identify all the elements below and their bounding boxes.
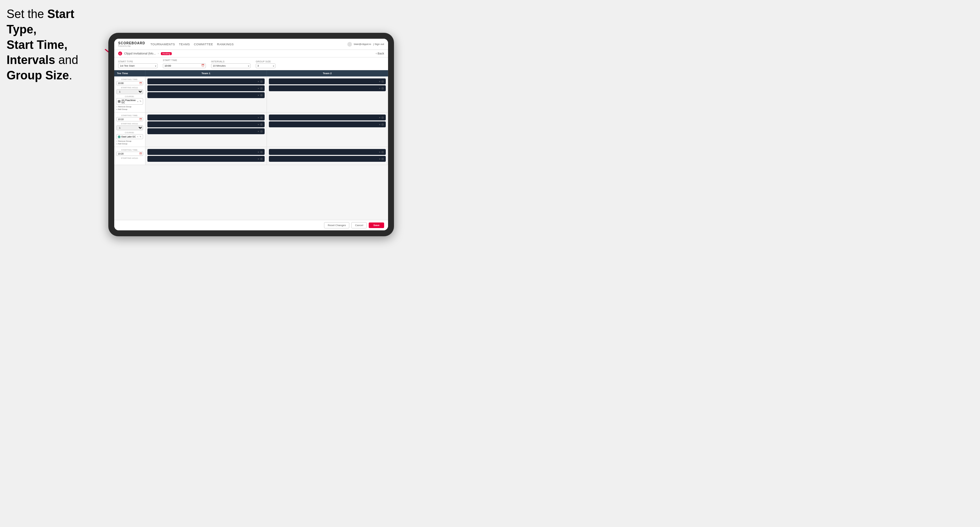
player-remove-icon[interactable]: × bbox=[379, 87, 380, 90]
starting-time-input-2[interactable] bbox=[116, 117, 143, 121]
player-remove-icon[interactable]: × bbox=[379, 157, 380, 160]
team1-col-3: × ⊡ × ⊡ bbox=[145, 147, 267, 165]
player-remove-icon[interactable]: × bbox=[258, 87, 259, 90]
course-name-2: East Lake GC bbox=[121, 135, 136, 138]
clippd-logo-icon: C bbox=[118, 51, 122, 56]
instruction-panel: Set the Start Type, Start Time, Interval… bbox=[6, 6, 105, 83]
course-remove-1[interactable]: × bbox=[137, 100, 138, 103]
player-expand-icon[interactable]: ⊡ bbox=[260, 116, 262, 119]
remove-group-btn-1[interactable]: ○ Remove Group bbox=[116, 106, 143, 108]
intervals-select[interactable]: 10 Minutes bbox=[211, 63, 250, 68]
sign-out-link[interactable]: | Sign out bbox=[373, 43, 384, 46]
player-remove-icon[interactable]: × bbox=[258, 94, 259, 97]
player-remove-icon[interactable]: × bbox=[258, 151, 259, 154]
group-size-group: Group Size 3 bbox=[256, 60, 275, 68]
team2-col-1: × ⊡ × ⊡ bbox=[267, 76, 388, 112]
starting-time-input-wrap-1 bbox=[116, 81, 143, 85]
course-name-1: (A) Peachtree GC bbox=[121, 99, 136, 104]
player-row: × ⊡ bbox=[147, 78, 265, 84]
player-expand-icon[interactable]: ⊡ bbox=[260, 80, 262, 83]
nav-tab-tournaments[interactable]: TOURNAMENTS bbox=[150, 41, 175, 47]
group-size-label: Group Size bbox=[256, 60, 275, 63]
course-edit-2[interactable]: ✎ bbox=[140, 135, 142, 138]
player-expand-icon[interactable]: ⊡ bbox=[382, 80, 384, 83]
course-tag-1: (A) Peachtree GC × ✎ bbox=[116, 98, 143, 105]
starting-hole-select-1[interactable]: 1 bbox=[116, 89, 143, 94]
breadcrumb-bar: C Clippd Invitational (Mo... › Hosting ‹… bbox=[114, 50, 388, 57]
tournament-name[interactable]: Clippd Invitational (Mo... bbox=[124, 52, 156, 55]
player-remove-icon[interactable]: × bbox=[258, 157, 259, 160]
nav-tab-rankings[interactable]: RANKINGS bbox=[217, 41, 234, 47]
user-email: blair@clippd.io bbox=[354, 43, 371, 46]
remove-group-btn-2[interactable]: ○ Remove Group bbox=[116, 140, 143, 142]
nav-bar: SCOREBOARD Powered by clipp TOURNAMENTS … bbox=[114, 39, 388, 50]
player-controls: × ⊡ bbox=[258, 80, 262, 83]
start-time-input-wrap bbox=[163, 62, 206, 68]
group-size-select-wrap: 3 bbox=[256, 63, 275, 68]
start-type-select[interactable]: 1st Tee Start bbox=[118, 63, 158, 68]
player-controls: × ⊡ bbox=[258, 151, 262, 154]
starting-time-input-3[interactable] bbox=[116, 152, 143, 156]
player-controls: × ⊡ bbox=[379, 151, 384, 154]
player-row: × ⊡ bbox=[147, 128, 265, 134]
player-expand-icon[interactable]: ⊡ bbox=[260, 94, 262, 97]
player-expand-icon[interactable]: ⊡ bbox=[260, 123, 262, 126]
add-group-btn-1[interactable]: + Add Group bbox=[116, 108, 143, 110]
course-tag-2: East Lake GC × ✎ bbox=[116, 134, 143, 139]
group-actions-2: ○ Remove Group + Add Group bbox=[116, 140, 143, 145]
start-time-input[interactable] bbox=[163, 63, 206, 68]
action-bar: Reset Changes Cancel Save bbox=[114, 220, 388, 230]
player-controls: × ⊡ bbox=[379, 116, 384, 119]
group-row-2: STARTING TIME: STARTING HOLE: 1 COURSE: … bbox=[114, 113, 388, 147]
add-group-btn-2[interactable]: + Add Group bbox=[116, 143, 143, 145]
save-button[interactable]: Save bbox=[369, 222, 384, 228]
player-expand-icon[interactable]: ⊡ bbox=[260, 87, 262, 90]
player-remove-icon[interactable]: × bbox=[379, 123, 380, 126]
player-expand-icon[interactable]: ⊡ bbox=[382, 116, 384, 119]
cancel-button[interactable]: Cancel bbox=[351, 222, 367, 229]
player-row: × ⊡ bbox=[269, 149, 386, 155]
table-header: Tee Time Team 1 Team 2 bbox=[114, 70, 388, 76]
start-type-label: Start Type bbox=[118, 60, 158, 63]
player-remove-icon[interactable]: × bbox=[379, 151, 380, 154]
player-remove-icon[interactable]: × bbox=[379, 80, 380, 83]
player-expand-icon[interactable]: ⊡ bbox=[260, 130, 262, 133]
team1-col-1: × ⊡ × ⊡ × ⊡ bbox=[145, 76, 267, 112]
group-size-select[interactable]: 3 bbox=[256, 63, 275, 68]
player-controls: × ⊡ bbox=[379, 80, 384, 83]
back-button[interactable]: ‹ Back bbox=[375, 52, 384, 55]
start-time-label: Start Time bbox=[163, 59, 206, 61]
player-remove-icon[interactable]: × bbox=[258, 123, 259, 126]
nav-tab-committee[interactable]: COMMITTEE bbox=[194, 41, 213, 47]
player-row: × ⊡ bbox=[269, 78, 386, 84]
instruction-text: Set the Start Type, Start Time, Interval… bbox=[6, 6, 105, 83]
player-row: × ⊡ bbox=[269, 114, 386, 121]
nav-tab-teams[interactable]: TEAMS bbox=[179, 41, 190, 47]
header-team1: Team 1 bbox=[145, 70, 267, 76]
starting-time-input-1[interactable] bbox=[116, 81, 143, 85]
player-controls: × ⊡ bbox=[258, 130, 262, 133]
player-controls: × ⊡ bbox=[258, 87, 262, 90]
intervals-label: Intervals bbox=[211, 60, 250, 63]
starting-hole-select-wrap-1: 1 bbox=[116, 89, 143, 94]
group-row-1: STARTING TIME: STARTING HOLE: 1 COURSE: … bbox=[114, 76, 388, 113]
player-controls: × ⊡ bbox=[379, 87, 384, 90]
course-remove-2[interactable]: × bbox=[137, 135, 138, 138]
player-expand-icon[interactable]: ⊡ bbox=[260, 157, 262, 160]
player-expand-icon[interactable]: ⊡ bbox=[382, 123, 384, 126]
player-remove-icon[interactable]: × bbox=[258, 116, 259, 119]
course-edit-1[interactable]: ✎ bbox=[140, 100, 142, 103]
player-remove-icon[interactable]: × bbox=[258, 80, 259, 83]
starting-hole-select-2[interactable]: 1 bbox=[116, 125, 143, 130]
player-remove-icon[interactable]: × bbox=[258, 130, 259, 133]
starting-time-label-3: STARTING TIME: bbox=[116, 149, 143, 151]
player-expand-icon[interactable]: ⊡ bbox=[382, 157, 384, 160]
group-actions-1: ○ Remove Group + Add Group bbox=[116, 106, 143, 110]
player-expand-icon[interactable]: ⊡ bbox=[260, 151, 262, 154]
player-remove-icon[interactable]: × bbox=[379, 116, 380, 119]
starting-time-label-1: STARTING TIME: bbox=[116, 78, 143, 80]
player-row: × ⊡ bbox=[269, 156, 386, 162]
player-expand-icon[interactable]: ⊡ bbox=[382, 87, 384, 90]
player-expand-icon[interactable]: ⊡ bbox=[382, 151, 384, 154]
reset-changes-button[interactable]: Reset Changes bbox=[324, 222, 349, 229]
